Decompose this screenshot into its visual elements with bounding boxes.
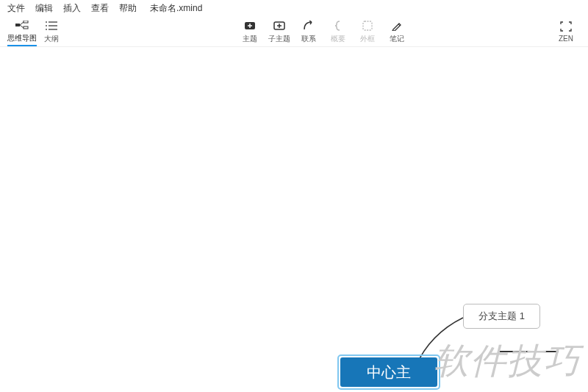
tab-mindmap-label: 思维导图 [7,33,37,43]
tab-mindmap[interactable]: 思维导图 [7,16,37,46]
summary-icon [334,19,342,32]
notes-icon [392,19,402,32]
menu-file[interactable]: 文件 [7,2,25,15]
notes-label: 笔记 [390,34,404,44]
subtopic-icon [273,19,285,32]
menu-help[interactable]: 帮助 [119,2,137,15]
summary-button[interactable]: 概要 [323,16,353,46]
svg-line-2 [20,25,24,28]
zen-icon [560,20,572,33]
menu-edit[interactable]: 编辑 [35,2,53,15]
topic-label: 主题 [243,34,257,44]
branch-topic-text: 分支主题 1 [478,310,525,323]
central-topic-node[interactable]: 中心主 [337,354,440,390]
boundary-icon [362,19,373,32]
menu-insert[interactable]: 插入 [63,2,81,15]
menu-view[interactable]: 查看 [91,2,109,15]
relationship-icon [303,19,315,32]
document-filename: 未命名.xmind [150,2,202,15]
svg-rect-0 [15,24,20,26]
zen-button[interactable]: ZEN [551,16,581,46]
topic-icon [244,19,256,32]
summary-label: 概要 [331,34,345,44]
boundary-button[interactable]: 外框 [353,16,382,46]
outline-icon [46,19,57,32]
menu-bar: 文件 编辑 插入 查看 帮助 未命名.xmind [0,0,588,16]
relationship-button[interactable]: 联系 [294,16,323,46]
central-topic-text: 中心主 [367,363,411,382]
subtopic-button[interactable]: 子主题 [265,16,294,46]
topic-button[interactable]: 主题 [235,16,265,46]
svg-line-1 [20,22,24,25]
tab-outline-label: 大纲 [44,34,59,44]
mindmap-icon [15,18,29,32]
branch-underline [500,351,559,352]
notes-button[interactable]: 笔记 [382,16,412,46]
branch-topic-node[interactable]: 分支主题 1 [463,304,540,329]
subtopic-label: 子主题 [268,34,290,44]
boundary-label: 外框 [360,34,375,44]
svg-rect-4 [24,26,28,29]
mindmap-canvas[interactable]: 分支主题 1 中心主 软件技巧 [0,47,588,392]
svg-rect-17 [363,21,372,30]
tab-outline[interactable]: 大纲 [37,16,66,46]
relationship-label: 联系 [301,34,316,44]
svg-rect-3 [24,21,28,23]
zen-label: ZEN [559,35,573,43]
toolbar: 思维导图 大纲 主题 子主题 联系 [0,16,588,47]
watermark-text: 软件技巧 [434,338,581,385]
